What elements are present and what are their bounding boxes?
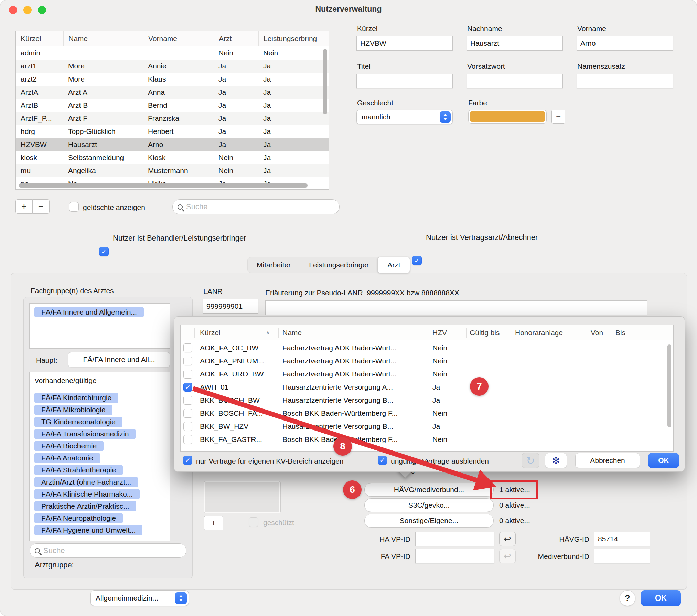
add-signature-button[interactable]: + — [204, 516, 223, 530]
table-row[interactable]: mu Angelika Mustermann Nein Ja — [16, 164, 329, 177]
fachgruppe-option[interactable]: FÄ/FA Biochemie — [34, 441, 104, 451]
vorname-field[interactable]: Arno — [577, 36, 673, 51]
column-header-von[interactable]: Von — [591, 325, 603, 340]
fa-vp-id-field[interactable] — [415, 549, 494, 563]
kuerzel-field[interactable]: HZVBW — [356, 36, 453, 51]
contract-row[interactable]: BKK_BOSCH_FA... Bosch BKK Baden-Württemb… — [181, 407, 673, 420]
dialog-cancel-button[interactable]: Abbrechen — [575, 453, 640, 468]
table-row[interactable]: ArztF_P... Arzt F Franziska Ja Ja — [16, 112, 329, 125]
column-header-name[interactable]: Name — [63, 31, 143, 46]
mediverbund-id-field[interactable] — [594, 549, 650, 563]
geschlecht-select[interactable]: männlich — [356, 110, 453, 124]
fachgruppe-option[interactable]: FÄ/FA Neuropathologie — [34, 513, 123, 523]
haevg-mediverbund-button[interactable]: HÄVG/mediverbund... — [364, 483, 494, 497]
remove-user-button[interactable]: − — [32, 199, 50, 214]
fachgruppe-option[interactable]: FÄ/FA Mikrobiologie — [34, 405, 112, 415]
contract-row[interactable]: BKK_BW_HZV Hausarztzentrierte Versorgung… — [181, 420, 673, 433]
contract-checkbox[interactable] — [183, 422, 192, 431]
column-header-kuerzel[interactable]: Kürzel — [200, 325, 221, 340]
fachgruppe-option[interactable]: FÄ/FA Klinische Pharmako... — [34, 489, 140, 499]
table-row[interactable]: arzt1 More Annie Ja Ja — [16, 60, 329, 73]
filter-invalid-checkbox[interactable] — [378, 456, 387, 465]
fachgruppe-item[interactable]: FÄ/FA Innere und Allgemein... — [34, 307, 144, 317]
table-row[interactable]: arzt2 More Klaus Ja Ja — [16, 73, 329, 86]
contract-row[interactable]: AOK_FA_PNEUM... Facharztvertrag AOK Bade… — [181, 354, 673, 368]
user-search-input[interactable]: Suche — [172, 199, 340, 214]
table-row[interactable]: kiosk Selbstanmeldung Kiosk Nein Ja — [16, 151, 329, 164]
close-window-icon[interactable] — [9, 6, 17, 14]
contract-checkbox[interactable] — [183, 435, 192, 444]
filter-kv-checkbox[interactable] — [183, 456, 192, 465]
lanr-field[interactable]: 999999901 — [203, 299, 258, 314]
dialog-ok-button[interactable]: OK — [648, 453, 679, 468]
tab-leistungserbringer[interactable]: Leistungserbringer — [300, 257, 378, 273]
column-header-honoraranlage[interactable]: Honoraranlage — [515, 325, 563, 340]
fachgruppe-option[interactable]: Praktische Ärztin/Praktisc... — [34, 501, 136, 511]
column-header-arzt[interactable]: Arzt — [214, 31, 258, 46]
pseudo-lanr-field[interactable] — [265, 300, 647, 315]
minimize-window-icon[interactable] — [23, 6, 32, 14]
contract-row[interactable]: AOK_FA_URO_BW Facharztvertrag AOK Baden-… — [181, 368, 673, 381]
refresh-button[interactable]: ↻ — [522, 453, 539, 468]
column-header-hzv[interactable]: HZV — [432, 325, 447, 340]
help-button[interactable]: ? — [620, 590, 635, 606]
arztgruppe-select[interactable]: Allgemeinmedizin... — [90, 590, 189, 606]
farbe-remove-button[interactable]: − — [551, 110, 565, 124]
contract-checkbox[interactable] — [183, 396, 192, 405]
table-row[interactable]: ArztA Arzt A Anna Ja Ja — [16, 86, 329, 99]
fachgruppe-option[interactable]: FÄ/FA Hygiene und Umwelt... — [34, 525, 142, 535]
window-ok-button[interactable]: OK — [641, 590, 681, 606]
column-header-leistungserbringer[interactable]: Leistungserbring — [258, 31, 329, 46]
column-header-kuerzel[interactable]: Kürzel — [16, 31, 63, 46]
contract-checkbox[interactable] — [183, 370, 192, 379]
fachgruppe-option[interactable]: FÄ/FA Kinderchirurgie — [34, 393, 118, 403]
table-row[interactable]: admin Nein Nein — [16, 46, 329, 60]
table-row[interactable]: HZVBW Hausarzt Arno Ja Ja — [16, 138, 329, 151]
fachgruppe-option[interactable]: TG Kinderneonatologie — [34, 417, 122, 427]
farbe-color-well[interactable] — [468, 110, 547, 124]
contract-checkbox[interactable] — [183, 383, 192, 392]
hzv-online-button[interactable]: ✻ — [545, 453, 567, 468]
haupt-fachgruppe-button[interactable]: FÄ/FA Innere und All... — [68, 352, 170, 367]
show-deleted-checkbox[interactable] — [69, 202, 79, 212]
column-header-gueltig-bis[interactable]: Gültig bis — [470, 325, 500, 340]
fachgruppe-option[interactable]: FÄ/FA Strahlentherapie — [34, 465, 123, 475]
fachgruppe-option[interactable]: Ärztin/Arzt (ohne Facharzt... — [34, 477, 138, 487]
contract-checkbox[interactable] — [183, 409, 192, 418]
contract-checkbox[interactable] — [183, 343, 192, 352]
fachgruppe-option[interactable]: FÄ/FA Anatomie — [34, 453, 100, 463]
contract-row[interactable]: BKK_BOSCH_BW Hausarztzentrierte Versorgu… — [181, 394, 673, 407]
vertragsarzt-checkbox[interactable] — [412, 256, 422, 265]
tab-arzt[interactable]: Arzt — [377, 257, 410, 273]
geschuetzt-checkbox[interactable] — [249, 517, 258, 527]
nachname-field[interactable]: Hausarzt — [467, 36, 563, 51]
s3c-gevko-button[interactable]: S3C/gevko... — [364, 498, 494, 512]
column-header-vorname[interactable]: Vorname — [143, 31, 214, 46]
sonstige-eigene-button[interactable]: Sonstige/Eigene... — [364, 514, 494, 528]
vertical-scrollbar[interactable] — [323, 49, 327, 114]
haevg-id-field[interactable]: 85714 — [594, 532, 650, 546]
contract-row[interactable]: BKK_FA_GASTR... Bosch BKK Baden-Württemb… — [181, 433, 673, 446]
column-header-bis[interactable]: Bis — [615, 325, 625, 340]
add-user-button[interactable]: + — [15, 199, 33, 214]
column-header-name[interactable]: Name — [282, 325, 302, 340]
fachgruppe-search-input[interactable]: Suche — [30, 543, 186, 558]
contract-row[interactable]: AOK_FA_OC_BW Facharztvertrag AOK Baden-W… — [181, 341, 673, 354]
fa-vp-id-fetch-button[interactable]: ↩ — [499, 549, 516, 563]
contract-row[interactable]: AWH_01 Hausarztzentrierte Versorgung A..… — [181, 381, 673, 394]
titel-field[interactable] — [356, 74, 453, 88]
table-row[interactable]: ArztB Arzt B Bernd Ja Ja — [16, 99, 329, 112]
vorsatzwort-field[interactable] — [467, 74, 563, 88]
dialog-scrollbar[interactable] — [667, 344, 671, 427]
tab-mitarbeiter[interactable]: Mitarbeiter — [248, 257, 300, 273]
fachgruppe-option[interactable]: FÄ/FA Transfusionsmedizin — [34, 429, 136, 439]
behandler-checkbox[interactable] — [99, 247, 109, 256]
table-row[interactable]: hdrg Topp-Glücklich Heribert Ja Ja — [16, 125, 329, 138]
horizontal-scrollbar[interactable] — [19, 183, 308, 188]
zoom-window-icon[interactable] — [38, 6, 46, 14]
contract-checkbox[interactable] — [183, 357, 192, 365]
ha-vp-id-field[interactable] — [415, 532, 494, 546]
signature-box[interactable] — [204, 481, 280, 513]
ha-vp-id-fetch-button[interactable]: ↩ — [499, 532, 516, 546]
namenszusatz-field[interactable] — [577, 74, 673, 88]
